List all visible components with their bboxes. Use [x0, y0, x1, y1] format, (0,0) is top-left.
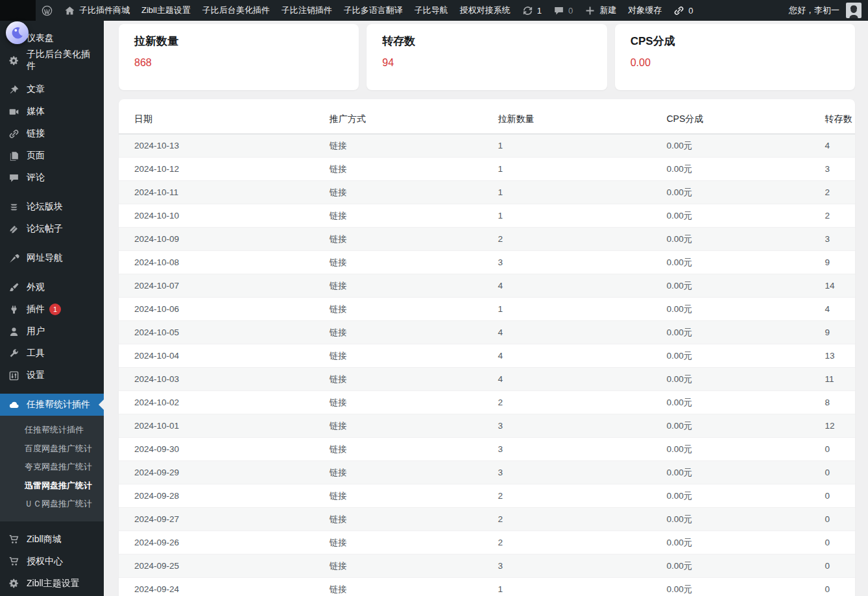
user-greeting[interactable]: 您好，李初一	[789, 5, 841, 16]
promotion-stats-card: 日期推广方式拉新数量CPS分成转存数 2024-10-13链接10.00元420…	[119, 99, 855, 596]
table-cell: 2	[493, 484, 662, 508]
sidebar-item-Zibll商城[interactable]: Zibll商城	[0, 529, 104, 551]
table-cell: 3	[493, 461, 662, 484]
admin-bar-item-links-count[interactable]: 0	[668, 0, 699, 21]
submenu-item-夸克网盘推广统计[interactable]: 夸克网盘推广统计	[0, 458, 104, 477]
sidebar-item-论坛版块[interactable]: 论坛版块	[0, 196, 104, 218]
sidebar-item-用户[interactable]: 用户	[0, 320, 104, 342]
table-row: 2024-09-28链接20.00元0	[119, 484, 855, 508]
table-cell: 13	[819, 344, 855, 368]
column-header-CPS分成: CPS分成	[661, 99, 819, 134]
sidebar-item-label: 设置	[27, 370, 45, 381]
table-cell: 4	[819, 134, 855, 158]
admin-bar-left: 子比插件商城Zibll主题设置子比后台美化插件子比注销插件子比多语言翻译子比导航…	[36, 0, 699, 21]
table-cell: 1	[493, 204, 662, 228]
sidebar-icon-holder	[7, 149, 20, 162]
table-row: 2024-10-08链接30.00元9	[119, 251, 855, 274]
sidebar-item-子比后台美化插件[interactable]: 子比后台美化插件	[0, 49, 104, 71]
table-cell: 2024-09-26	[119, 531, 324, 554]
admin-bar-item-zibi-translate[interactable]: 子比多语言翻译	[338, 0, 409, 21]
table-cell: 链接	[324, 228, 493, 251]
sidebar-item-label: Zibll主题设置	[27, 578, 80, 590]
night-mode-toggle-button[interactable]	[6, 21, 29, 44]
table-row: 2024-09-29链接30.00元0	[119, 461, 855, 484]
submenu-item-百度网盘推广统计[interactable]: 百度网盘推广统计	[0, 440, 104, 459]
admin-bar-item-label: 1	[537, 6, 542, 16]
sidebar-icon-holder	[7, 555, 20, 568]
sidebar-icon-holder	[7, 398, 20, 411]
sidebar-item-label: 子比后台美化插件	[27, 49, 99, 72]
submenu-item-任推帮统计插件[interactable]: 任推帮统计插件	[0, 421, 104, 440]
table-cell: 0.00元	[661, 368, 819, 391]
pages-icon	[8, 150, 19, 161]
stat-title: 转存数	[382, 34, 591, 48]
table-cell: 链接	[324, 508, 493, 531]
table-cell: 链接	[324, 134, 493, 158]
sidebar-icon-holder	[7, 83, 20, 96]
admin-bar-item-label: 对象缓存	[628, 5, 662, 16]
admin-bar-item-label: 0	[568, 6, 573, 16]
home-icon	[64, 5, 75, 16]
sidebar-item-label: 链接	[27, 128, 45, 139]
sidebar-icon-holder	[7, 577, 20, 590]
cart-icon	[8, 534, 19, 545]
sidebar-item-论坛帖子[interactable]: 论坛帖子	[0, 218, 104, 240]
admin-bar-item-label: 0	[688, 6, 693, 16]
table-cell: 链接	[324, 344, 493, 368]
admin-bar-item-zibi-nav[interactable]: 子比导航	[409, 0, 454, 21]
sliders-icon	[8, 370, 19, 381]
sidebar-icon-holder	[7, 222, 20, 235]
sidebar-item-设置[interactable]: 设置	[0, 364, 104, 387]
sidebar-item-链接[interactable]: 链接	[0, 123, 104, 145]
admin-bar-item-site-home[interactable]: 子比插件商城	[58, 0, 136, 21]
table-cell: 2024-09-28	[119, 484, 324, 508]
admin-bar-item-label: 子比注销插件	[282, 5, 332, 16]
admin-bar-item-label: 授权对接系统	[460, 5, 511, 16]
sidebar-icon-holder	[7, 369, 20, 382]
admin-bar-item-zibi-logout-plugin[interactable]: 子比注销插件	[276, 0, 338, 21]
sidebar-item-媒体[interactable]: 媒体	[0, 101, 104, 123]
admin-bar-item-zibll-theme-settings[interactable]: Zibll主题设置	[136, 0, 197, 21]
sidebar-item-外观[interactable]: 外观	[0, 276, 104, 298]
sidebar-item-插件[interactable]: 插件1	[0, 298, 104, 320]
admin-bar-item-comments[interactable]: 0	[548, 0, 579, 21]
submenu-item-迅雷网盘推广统计[interactable]: 迅雷网盘推广统计	[0, 477, 104, 495]
admin-bar-item-auth-system[interactable]: 授权对接系统	[454, 0, 516, 21]
admin-bar-item-wp-logo[interactable]	[36, 0, 58, 21]
table-cell: 0.00元	[661, 508, 819, 531]
sidebar-item-网址导航[interactable]: 网址导航	[0, 247, 104, 269]
column-header-推广方式: 推广方式	[324, 99, 493, 134]
table-cell: 4	[493, 368, 662, 391]
table-cell: 链接	[324, 158, 493, 181]
sidebar-item-授权中心[interactable]: 授权中心	[0, 551, 104, 573]
submenu-item-ＵＣ网盘推广统计[interactable]: ＵＣ网盘推广统计	[0, 495, 104, 514]
table-cell: 2	[493, 391, 662, 414]
table-cell: 0	[819, 484, 855, 508]
admin-bar-item-zibi-admin-beautify[interactable]: 子比后台美化插件	[197, 0, 276, 21]
table-cell: 0.00元	[661, 578, 819, 596]
table-cell: 8	[819, 391, 855, 414]
sidebar-item-工具[interactable]: 工具	[0, 342, 104, 364]
admin-bar-item-updates[interactable]: 1	[516, 0, 548, 21]
table-cell: 9	[819, 251, 855, 274]
admin-bar-item-new-content[interactable]: 新建	[579, 0, 622, 21]
sidebar-item-文章[interactable]: 文章	[0, 78, 104, 101]
table-cell: 0	[819, 554, 855, 578]
nav-icon	[8, 253, 19, 264]
admin-bar-item-object-cache[interactable]: 对象缓存	[622, 0, 668, 21]
table-cell: 3	[493, 414, 662, 438]
sidebar-item-Zibll主题设置[interactable]: Zibll主题设置	[0, 573, 104, 595]
table-row: 2024-10-02链接20.00元8	[119, 391, 855, 414]
sidebar-item-评论[interactable]: 评论	[0, 167, 104, 189]
table-cell: 0.00元	[661, 531, 819, 554]
user-icon	[8, 326, 19, 337]
avatar[interactable]	[846, 3, 862, 18]
admin-menu: 仪表盘子比后台美化插件文章媒体链接页面评论论坛版块论坛帖子网址导航外观插件1用户…	[0, 21, 104, 596]
table-cell: 2	[493, 228, 662, 251]
admin-bar-item-label: 子比多语言翻译	[344, 5, 403, 16]
sidebar-item-页面[interactable]: 页面	[0, 145, 104, 167]
table-cell: 3	[493, 251, 662, 274]
stat-title: 拉新数量	[134, 34, 343, 48]
sidebar-item-任推帮统计插件[interactable]: 任推帮统计插件	[0, 394, 104, 416]
table-cell: 2024-10-13	[119, 134, 324, 158]
